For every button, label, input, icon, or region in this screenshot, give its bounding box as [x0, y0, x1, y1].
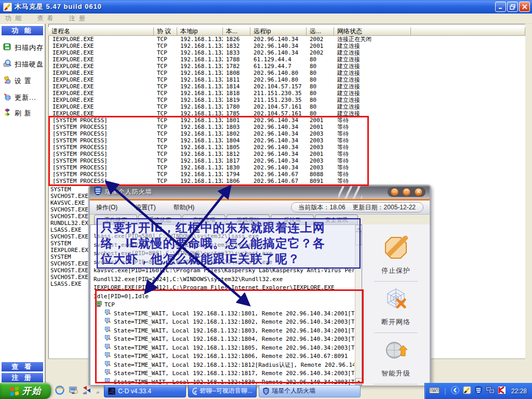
taskbar-task-firewall[interactable]: 瑞星个人防火墙	[259, 385, 361, 397]
menu-item-operate[interactable]: 操作(O)	[96, 203, 117, 212]
table-row[interactable]: [SYSTEM PROCESS] TCP 192.168.1.132 1803 …	[48, 124, 525, 130]
keyboard-icon[interactable]	[429, 387, 440, 396]
table-row[interactable]: [SYSTEM PROCESS] TCP 192.168.1.132 1806 …	[48, 178, 525, 184]
list-item[interactable]: SVCHOST.EXE	[50, 193, 91, 200]
table-row[interactable]: [SYSTEM PROCESS] TCP 192.168.1.132 1812 …	[48, 151, 525, 157]
table-row[interactable]: IEXPLORE.EXE TCP 192.168.1.132 1833 202.…	[48, 49, 525, 56]
kaspersky-tray-icon[interactable]	[498, 387, 506, 396]
tcp-state-line[interactable]: State=TIME_WAIT, Local 192.168.1.132:181…	[94, 361, 354, 370]
firewall-process-line[interactable]: IEXPLORE.EXE[PID=2412],C:\Program Files\…	[94, 284, 354, 292]
column-header-local-port[interactable]: 本...	[223, 27, 250, 36]
menu-item-settings[interactable]: 设置(T)	[135, 203, 155, 212]
smart-upgrade-button[interactable]: 智能升级	[381, 339, 410, 378]
sidebar-item-scan-memory[interactable]: 扫描内存	[3, 43, 44, 52]
column-header-process[interactable]: 进程名	[48, 27, 154, 36]
stop-protection-button[interactable]: 停止保护	[381, 236, 410, 275]
menu-item[interactable]: 查 看	[37, 14, 54, 23]
restore-button[interactable]	[507, 2, 518, 12]
tcp-state-line[interactable]: State=TIME_WAIT, Local 192.168.1.132:180…	[94, 352, 354, 361]
firewall-tab[interactable]: 系统状态	[138, 215, 181, 224]
table-row[interactable]: IEXPLORE.EXE TCP 192.168.1.132 1819 211.…	[48, 97, 525, 103]
sidebar-register-button[interactable]: 注 册	[2, 373, 43, 382]
minimize-button[interactable]	[495, 2, 506, 12]
list-item[interactable]: RUNDLL32.EXE	[50, 220, 91, 227]
table-row[interactable]: IEXPLORE.EXE TCP 192.168.1.132 1785 202.…	[48, 110, 525, 117]
firewall-tab[interactable]: 安全资讯	[315, 215, 358, 224]
list-item[interactable]: SVCHOST.EXE	[50, 260, 91, 267]
disconnect-network-button[interactable]: 断开网络	[381, 287, 410, 327]
column-header-protocol[interactable]: 协 议	[154, 27, 177, 36]
network-tray-icon[interactable]	[486, 387, 495, 396]
table-row[interactable]: IEXPLORE.EXE TCP 192.168.1.132 1832 202.…	[48, 43, 525, 49]
menu-item[interactable]: 功 能	[5, 14, 22, 23]
tcp-state-line[interactable]: State=TIME_WAIT, Local 192.168.1.132:180…	[94, 318, 354, 327]
table-row[interactable]: IEXPLORE.EXE TCP 192.168.1.132 1782 61.1…	[48, 63, 525, 70]
tcp-state-line[interactable]: State=TIME_WAIT, Local 192.168.1.132:180…	[94, 344, 354, 353]
table-row[interactable]: IEXPLORE.EXE TCP 192.168.1.132 1814 202.…	[48, 83, 525, 90]
list-item[interactable]: IEXPLORE.EXE	[50, 247, 91, 254]
scroll-up-arrow[interactable]: ▲	[355, 225, 362, 232]
list-item[interactable]: LSASS.EXE	[50, 281, 91, 287]
list-item[interactable]: SYSTEM	[50, 186, 91, 193]
list-item[interactable]: SYSTEM	[50, 240, 91, 247]
firewall-restore-button[interactable]: □	[403, 188, 410, 196]
rising-tray-icon[interactable]	[475, 386, 482, 396]
sidebar-view-button[interactable]: 查 看	[2, 362, 43, 371]
table-row[interactable]: [SYSTEM PROCESS] TCP 192.168.1.132 1805 …	[48, 144, 525, 151]
list-item[interactable]: SVCHOST.EXE	[50, 213, 91, 220]
firewall-process-line[interactable]: svchost.exe[PID=808],C:\WINDOWS\system32…	[94, 249, 354, 258]
firewall-process-line[interactable]: Rundll32.exe[PID=2024],C:\WINDOWS\system…	[94, 275, 354, 284]
tcp-tree-node[interactable]: TCP	[94, 301, 354, 310]
firewall-process-line[interactable]: Idle[PID=0],Idle	[94, 292, 354, 301]
sidebar-item-refresh[interactable]: 刷 新	[3, 108, 32, 118]
column-header-local-ip[interactable]: 本地ip	[177, 27, 223, 36]
firewall-process-line[interactable]: lsass.exe[PID=580],C:\WINDOWS\system32\l…	[94, 232, 354, 241]
firewall-list-scrollbar[interactable]: ▲ ▼	[355, 225, 362, 385]
firewall-tab[interactable]: 工作状态	[94, 215, 137, 224]
firewall-tab[interactable]: 游戏保护	[227, 215, 270, 224]
table-row[interactable]: [SYSTEM PROCESS] TCP 192.168.1.132 1794 …	[48, 171, 525, 178]
firewall-process-line[interactable]: svchost.exe[PID=856],C:\WINDOWS\system32…	[94, 258, 354, 267]
firewall-close-button[interactable]: ✕	[415, 188, 422, 196]
table-row[interactable]: [SYSTEM PROCESS] TCP 192.168.1.132 1802 …	[48, 130, 525, 137]
start-button[interactable]: 开始	[0, 383, 51, 399]
table-row[interactable]: IEXPLORE.EXE TCP 192.168.1.132 1808 202.…	[48, 70, 525, 76]
list-item[interactable]: SYSTEM	[50, 254, 91, 260]
tcp-state-line[interactable]: State=TIME_WAIT, Local 192.168.1.132:181…	[94, 369, 354, 378]
firewall-process-line[interactable]: kavsvc.exe[PID=1160],C:\Program Files\Ka…	[94, 267, 354, 275]
ie-icon[interactable]: e	[55, 385, 64, 397]
table-row[interactable]: [SYSTEM PROCESS] TCP 192.168.1.132 1817 …	[48, 157, 525, 164]
list-item[interactable]: SVCHOST.EXE	[50, 274, 91, 281]
table-row[interactable]: IEXPLORE.EXE TCP 192.168.1.132 1818 211.…	[48, 90, 525, 97]
desktop-icon[interactable]	[69, 385, 78, 397]
table-row[interactable]: [SYSTEM PROCESS] TCP 192.168.1.132 1804 …	[48, 137, 525, 144]
taskbar-task-biliao[interactable]: e 碧聊--可视语音聊...	[188, 385, 257, 397]
firewall-tab[interactable]: 启动选项	[182, 215, 225, 224]
table-row[interactable]: IEXPLORE.EXE TCP 192.168.1.132 1788 61.1…	[48, 56, 525, 63]
firewall-minimize-button[interactable]: ─	[391, 188, 398, 196]
scroll-thumb[interactable]	[355, 232, 362, 245]
menu-item-help[interactable]: 帮助(H)	[174, 203, 195, 212]
tcp-state-line[interactable]: State=TIME_WAIT, Local 192.168.1.132:180…	[94, 327, 354, 336]
sidebar-item-update[interactable]: 更新...	[3, 92, 36, 102]
tcp-state-line[interactable]: State=TIME_WAIT, Local 192.168.1.132:180…	[94, 310, 354, 318]
list-item[interactable]: LSASS.EXE	[50, 227, 91, 233]
column-header-state[interactable]: 网络状态	[334, 27, 411, 36]
table-row[interactable]: IEXPLORE.EXE TCP 192.168.1.132 1826 202.…	[48, 36, 525, 43]
menu-item[interactable]: 注 册	[69, 14, 86, 23]
hide-icons-chevron[interactable]	[451, 386, 459, 396]
tcp-state-line[interactable]: State=TIME_WAIT, Local 192.168.1.132:180…	[94, 335, 354, 344]
table-row[interactable]: IEXPLORE.EXE TCP 192.168.1.132 1811 202.…	[48, 76, 525, 83]
taskbar-task-cd[interactable]: C-D v4.33.4	[104, 385, 186, 397]
media-icon[interactable]	[82, 385, 91, 397]
list-item[interactable]: SVCHOST.EXE	[50, 267, 91, 274]
column-header-remote-ip[interactable]: 远程ip	[250, 27, 307, 36]
close-button[interactable]	[519, 2, 530, 12]
table-row[interactable]: [SYSTEM PROCESS] TCP 192.168.1.132 1801 …	[48, 117, 525, 124]
list-item[interactable]: SVCHOST.EXE	[50, 206, 91, 213]
table-row[interactable]: [SYSTEM PROCESS] TCP 192.168.1.132 1830 …	[48, 164, 525, 171]
firewall-tab[interactable]: 反挂马	[271, 215, 314, 224]
list-item[interactable]: SVCHOST.EXE	[50, 233, 91, 240]
table-row[interactable]: IEXPLORE.EXE TCP 192.168.1.132 1780 202.…	[48, 103, 525, 110]
iparmor-tray-icon[interactable]	[463, 386, 471, 396]
